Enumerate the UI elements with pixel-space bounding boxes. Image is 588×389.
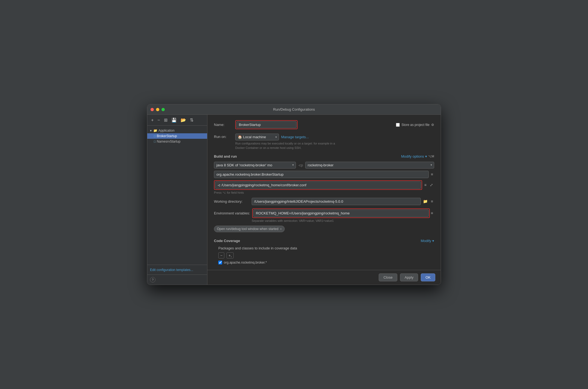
program-args-expand-button[interactable]: ≡ [423,182,428,188]
add-config-button[interactable]: + [150,117,155,123]
arrow-icon: ▼ [149,129,152,132]
name-input-wrapper [235,120,298,129]
sidebar: + − ⊞ 💾 📂 ⇅ ▼ 📁 Application □ BrokerStar [147,115,207,285]
application-group-header[interactable]: ▼ 📁 Application [147,128,207,133]
local-machine-select-wrapper: 🏠 Local machine [235,134,279,140]
build-run-title: Build and run [214,154,237,158]
cp-select[interactable]: rocketmq-broker [305,162,434,169]
run-on-controls: 🏠 Local machine Manage targets... [235,134,345,140]
store-project-file: Store as project file ⚙ [396,123,434,127]
app-icon-2: □ [154,140,156,143]
env-vars-expand-button[interactable]: ≡ [430,210,434,216]
minimize-traffic-light[interactable] [156,108,159,111]
main-class-row: ≡ [214,171,434,178]
working-dir-expand-button[interactable]: ≡ [430,198,434,205]
copy-config-button[interactable]: ⊞ [163,117,169,123]
application-group: ▼ 📁 Application □ BrokerStartup □ Namesr… [147,127,207,145]
manage-targets-link[interactable]: Manage targets... [281,135,309,139]
modify-chevron-icon: ▾ [432,239,434,243]
sidebar-item-namesrv-startup[interactable]: □ NamesrvStartup [147,139,207,144]
coverage-sub-label: Packages and classes to include in cover… [218,246,434,250]
build-run-section-header: Build and run Modify options ▾ ⌥M [214,154,434,158]
name-label: Name: [214,123,233,127]
config-area: Name: Store as project file ⚙ Run on: [207,115,441,270]
remove-config-button[interactable]: − [156,117,161,123]
close-traffic-light[interactable] [151,108,154,111]
modify-options-link[interactable]: Modify options ▾ ⌥M [401,154,434,158]
window-title: Run/Debug Configurations [273,107,315,111]
cp-label: -cp [298,163,303,167]
coverage-remove-button[interactable]: − [218,252,224,258]
env-vars-row: Environment variables: ≡ [214,208,434,218]
separator-hint: Separate variables with semicolon: VAR=v… [252,219,434,222]
sidebar-item-broker-startup[interactable]: □ BrokerStartup [147,133,207,139]
java-select-wrapper: java 8 SDK of 'rocketmq-broker' mo [214,162,296,169]
traffic-lights [151,108,165,111]
namesrv-startup-label: NamesrvStartup [157,140,181,143]
maximize-traffic-light[interactable] [161,108,165,111]
local-machine-select[interactable]: 🏠 Local machine [235,134,279,140]
name-row: Name: Store as project file ⚙ [214,120,434,129]
sidebar-bottom-toolbar: ? [147,275,207,285]
chevron-down-icon: ▾ [425,154,427,158]
gear-icon: ⚙ [431,123,434,127]
working-dir-browse-button[interactable]: 📁 [422,198,429,205]
coverage-item-text: org.apache.rocketmq.broker.* [224,261,267,264]
sidebar-tree: ▼ 📁 Application □ BrokerStartup □ Namesr… [147,126,207,265]
folder-config-button[interactable]: 📂 [180,117,187,123]
sidebar-toolbar: + − ⊞ 💾 📂 ⇅ [147,115,207,126]
code-coverage-section: Code Coverage Modify ▾ Packages and clas… [214,239,434,264]
program-args-fullscreen-button[interactable]: ⤢ [429,182,434,188]
java-sdk-select[interactable]: java 8 SDK of 'rocketmq-broker' mo [214,162,296,169]
run-on-content: 🏠 Local machine Manage targets... Run co… [235,134,345,150]
help-button[interactable]: ? [150,277,155,282]
env-vars-input-wrapper [252,208,430,218]
apply-button[interactable]: Apply [400,273,418,281]
bottom-bar: Close Apply OK [207,270,441,285]
coverage-item-checkbox[interactable] [218,261,222,264]
run-on-label: Run on: [214,134,233,139]
save-config-button[interactable]: 💾 [170,117,178,123]
coverage-controls: − +, [218,252,434,258]
env-vars-label: Environment variables: [214,211,250,215]
working-dir-row: Working directory: 📁 ≡ [214,198,434,205]
edit-templates-link[interactable]: Edit configuration templates... [150,268,193,272]
run-on-hint: Run configurations may be executed local… [235,142,345,150]
modify-options-label: Modify options [401,154,424,158]
sidebar-footer: Edit configuration templates... [147,265,207,275]
build-run-row1: java 8 SDK of 'rocketmq-broker' mo -cp r… [214,162,434,169]
broker-startup-label: BrokerStartup [157,134,177,138]
modify-link[interactable]: Modify ▾ [421,239,434,243]
coverage-add-button[interactable]: +, [227,252,234,258]
store-project-file-label: Store as project file [401,123,430,127]
working-dir-input[interactable] [252,198,421,205]
application-group-label: Application [158,129,175,132]
working-dir-row-icons: 📁 ≡ [252,198,434,205]
program-args-input-wrapper [214,180,422,190]
code-coverage-title: Code Coverage [214,239,240,243]
main-class-expand-button[interactable]: ≡ [430,171,434,178]
main-content: + − ⊞ 💾 📂 ⇅ ▼ 📁 Application □ BrokerStar [147,115,441,285]
main-class-input[interactable] [214,171,429,178]
working-dir-label: Working directory: [214,199,249,204]
coverage-item: org.apache.rocketmq.broker.* [218,261,434,264]
program-args-input[interactable] [215,181,421,189]
name-input[interactable] [236,121,296,128]
field-hint: Press ⌥ for field hints [214,191,434,194]
store-project-file-checkbox[interactable] [396,123,400,127]
code-coverage-header: Code Coverage Modify ▾ [214,239,434,243]
tag-chip-label: Open run/debug tool window when started [217,227,278,231]
modify-label: Modify [421,239,431,243]
title-bar: Run/Debug Configurations [147,104,441,115]
program-args-row: ≡ ⤢ [214,180,434,190]
tag-chip-close-button[interactable]: × [280,227,282,231]
right-panel: Name: Store as project file ⚙ Run on: [207,115,441,285]
ok-button[interactable]: OK [421,273,435,281]
env-vars-input[interactable] [253,210,429,217]
cp-select-wrapper: rocketmq-broker [305,162,434,169]
sort-config-button[interactable]: ⇅ [189,117,195,123]
modify-options-shortcut: ⌥M [428,155,434,158]
run-debug-configurations-window: Run/Debug Configurations + − ⊞ 💾 📂 ⇅ ▼ 📁… [147,104,441,285]
app-icon: □ [154,134,156,138]
close-button[interactable]: Close [379,273,397,281]
